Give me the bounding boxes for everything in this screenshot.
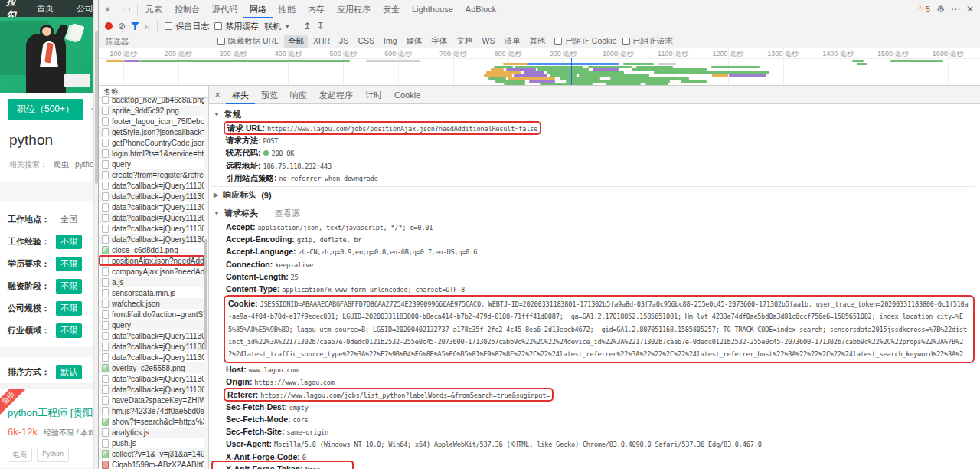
tab-源代码[interactable]: 源代码	[206, 0, 243, 18]
request-row[interactable]: backtop_new_9b46c8a.png	[99, 94, 208, 105]
tab-jobs[interactable]: 职位（500+）	[8, 99, 83, 120]
filter-option[interactable]: 不限	[56, 235, 82, 249]
request-row[interactable]: close_c6d8dd1.png	[99, 244, 208, 255]
request-row[interactable]: query	[99, 320, 208, 330]
related-term[interactable]: 爬虫	[54, 160, 69, 169]
filter-option[interactable]: 大专	[88, 257, 93, 271]
request-row[interactable]: positionAjax.json?needAdditio	[99, 255, 208, 266]
type-pill[interactable]: XHR	[309, 35, 334, 48]
request-row[interactable]: query	[99, 159, 208, 169]
request-row[interactable]: companyAjax.json?needAddti	[99, 266, 208, 277]
request-row[interactable]: data?callback=jQuery1113022	[99, 223, 208, 234]
import-har-icon[interactable]: ↥	[303, 21, 311, 31]
request-row[interactable]: getPhoneCountryCode.json?js	[99, 137, 208, 148]
request-row[interactable]: sensorsdata.min.js	[99, 287, 208, 298]
filter-option[interactable]: 不限	[56, 323, 82, 338]
job-tag[interactable]: 电商	[8, 448, 32, 462]
request-row[interactable]: push.js	[99, 438, 208, 448]
checkbox[interactable]	[214, 22, 222, 30]
request-row[interactable]: a.js	[99, 277, 208, 287]
clear-icon[interactable]: ⊘	[118, 21, 126, 31]
collapse-triangle-icon[interactable]: ▼	[214, 111, 220, 118]
request-headers-header[interactable]: ▼ 请求标头 查看源	[212, 205, 975, 221]
job-title[interactable]: python工程师 [贵阳·观山	[8, 406, 93, 420]
warnings-badge[interactable]: ⚠5	[916, 4, 930, 14]
request-row[interactable]: collect?v=1&_v=j31&a=1406(	[99, 448, 208, 459]
request-row[interactable]: frontfifail.do?action=grantST..	[99, 309, 208, 320]
request-row[interactable]: data?callback=jQuery1113022	[99, 212, 208, 223]
search-icon[interactable]: ⌕	[145, 20, 150, 32]
expand-triangle-icon[interactable]: ▶	[214, 192, 218, 198]
collapse-triangle-icon[interactable]: ▼	[214, 210, 220, 217]
tab-元素[interactable]: 元素	[139, 0, 168, 18]
request-row[interactable]: haveData?spaceKey=ZHIWEIS	[99, 395, 208, 405]
details-tab-Cookie[interactable]: Cookie	[388, 86, 426, 104]
blocked-cookies-toggle[interactable]: 已阻止 Cookie	[554, 36, 616, 47]
request-row[interactable]: data?callback=jQuery1113022	[99, 191, 208, 202]
request-row[interactable]: getStyle.json?jsoncallback=jQ	[99, 126, 208, 137]
details-tab-发起程序[interactable]: 发起程序	[313, 86, 359, 104]
filter-option[interactable]: 默认	[56, 365, 82, 379]
request-row[interactable]: login.html?ts=1&service=http	[99, 148, 208, 159]
hide-data-url-toggle[interactable]: 隐藏数据 URL	[217, 36, 279, 47]
tab-AdBlock[interactable]: AdBlock	[459, 0, 502, 18]
filter-option[interactable]: 不限	[56, 257, 82, 271]
type-pill[interactable]: CSS	[354, 35, 378, 48]
filter-icon[interactable]	[131, 22, 139, 30]
tab-网络[interactable]: 网络	[243, 0, 273, 18]
nav-item[interactable]: 首页	[37, 3, 54, 15]
export-har-icon[interactable]: ↧	[316, 21, 324, 31]
details-tab-预览[interactable]: 预览	[255, 86, 284, 104]
request-row[interactable]: data?callback=jQuery1113022	[99, 373, 208, 384]
request-row[interactable]: Ciqah1599m-ABzX2AABItCPC	[99, 459, 208, 469]
request-row[interactable]: data?callback=jQuery1113022	[99, 341, 208, 352]
tab-Lighthouse[interactable]: Lighthouse	[406, 0, 459, 18]
request-row[interactable]: wafcheck.json	[99, 298, 208, 309]
close-details-icon[interactable]: ×	[209, 89, 226, 100]
type-pill[interactable]: 字体	[427, 35, 451, 48]
request-row[interactable]: overlay_c2e5558.png	[99, 362, 208, 373]
request-row[interactable]: show?t=search&dl=https%3A	[99, 416, 208, 427]
view-source-link[interactable]: 查看源	[275, 208, 300, 219]
tab-应用程序[interactable]: 应用程序	[331, 0, 377, 18]
tab-内存[interactable]: 内存	[302, 0, 331, 18]
type-pill[interactable]: 全部	[284, 35, 308, 48]
request-row[interactable]: data?callback=jQuery1113022	[99, 202, 208, 212]
response-headers-header[interactable]: ▶ 响应标头 (9)	[212, 187, 975, 203]
type-pill[interactable]: 清单	[500, 35, 524, 48]
filter-option[interactable]: 最新	[88, 365, 93, 379]
throttling-select[interactable]: 联机▾	[264, 21, 289, 32]
tab-控制台[interactable]: 控制台	[168, 0, 206, 18]
inspect-icon[interactable]: ⌖	[99, 4, 117, 15]
checkbox[interactable]	[554, 38, 562, 45]
request-row[interactable]: data?callback=jQuery1113022	[99, 234, 208, 244]
close-devtools-icon[interactable]: ✕	[966, 4, 974, 15]
job-tag[interactable]: Python	[37, 448, 69, 462]
request-row[interactable]: footer_lagou_icon_75f0ebc.pn	[99, 116, 208, 126]
more-menu-icon[interactable]: ⋯	[951, 4, 960, 15]
device-toolbar-icon[interactable]: ▭	[117, 4, 136, 15]
disable-cache-toggle[interactable]: 禁用缓存	[214, 21, 259, 32]
request-row[interactable]: create?from=register&refresh	[99, 169, 208, 180]
checkbox[interactable]	[217, 38, 225, 45]
nav-item[interactable]: 公司	[77, 3, 93, 15]
request-list-scrollbar[interactable]	[204, 98, 208, 469]
filter-input[interactable]	[105, 36, 212, 47]
filter-option[interactable]: 不限	[56, 301, 82, 316]
tab-安全[interactable]: 安全	[377, 0, 406, 18]
filter-option[interactable]: 移动	[88, 323, 93, 338]
request-row[interactable]: data?callback=jQuery1113022	[99, 180, 208, 191]
job-card[interactable]: 急招python工程师 [贵阳·观山6k-12k经验不限 / 本科电商Pytho…	[0, 389, 93, 468]
blocked-requests-toggle[interactable]: 已阻止请求	[622, 36, 674, 47]
scrollbar-thumb[interactable]	[204, 239, 207, 350]
general-section-header[interactable]: ▼ 常规	[212, 107, 975, 123]
request-row[interactable]: analytics.js	[99, 427, 208, 438]
type-pill[interactable]: WS	[478, 35, 498, 48]
type-pill[interactable]: 媒体	[402, 35, 426, 48]
request-row[interactable]: data?callback=jQuery1113022	[99, 384, 208, 395]
filter-option[interactable]: 不限	[56, 279, 82, 294]
details-tab-标头[interactable]: 标头	[226, 86, 255, 104]
network-overview-timeline[interactable]: 100 毫秒200 毫秒300 毫秒400 毫秒500 毫秒600 毫秒700 …	[99, 48, 980, 86]
search-input[interactable]: python	[9, 132, 53, 149]
request-row[interactable]: sprite_9dd5c92.png	[99, 105, 208, 116]
